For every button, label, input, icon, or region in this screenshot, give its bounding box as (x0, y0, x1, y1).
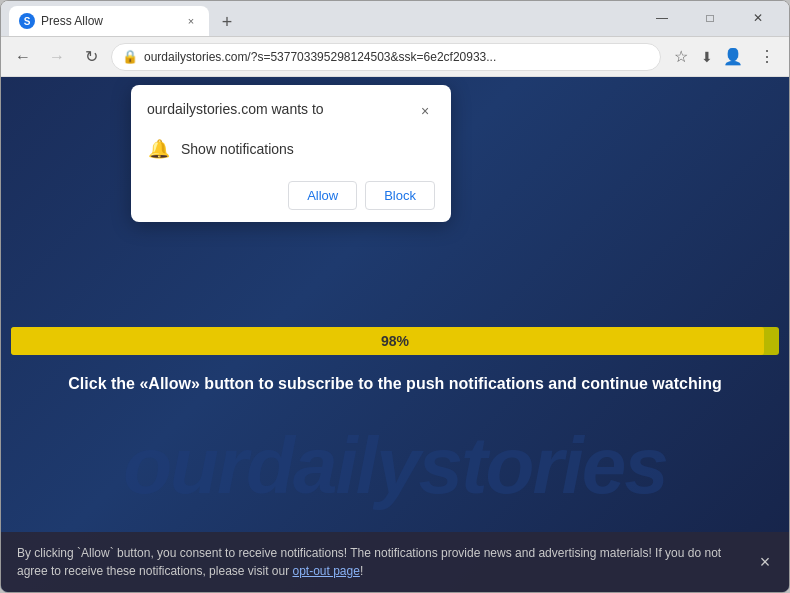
refresh-button[interactable]: ↻ (77, 43, 105, 71)
progress-bar-container: 98% (11, 327, 779, 355)
dialog-header: ourdailystories.com wants to × (147, 101, 435, 121)
bottom-bar-close-button[interactable]: × (753, 550, 777, 574)
progress-text: 98% (381, 333, 409, 349)
maximize-button[interactable]: □ (687, 3, 733, 33)
tab-area: S Press Allow × + (9, 1, 639, 36)
opt-out-link[interactable]: opt-out page (292, 564, 359, 578)
tab-close-button[interactable]: × (183, 13, 199, 29)
back-button[interactable]: ← (9, 43, 37, 71)
permission-row: 🔔 Show notifications (147, 133, 435, 165)
download-icon[interactable]: ⬇ (701, 49, 713, 65)
dialog-close-button[interactable]: × (415, 101, 435, 121)
permission-label: Show notifications (181, 141, 294, 157)
account-icon[interactable]: 👤 (719, 43, 747, 71)
window-controls: — □ ✕ (639, 3, 781, 35)
dialog-actions: Allow Block (147, 181, 435, 210)
new-tab-button[interactable]: + (213, 8, 241, 36)
allow-button[interactable]: Allow (288, 181, 357, 210)
block-button[interactable]: Block (365, 181, 435, 210)
bottom-notification-bar: By clicking `Allow` button, you consent … (1, 532, 789, 592)
minimize-button[interactable]: — (639, 3, 685, 33)
address-text: ourdailystories.com/?s=53770339529812450… (144, 50, 650, 64)
notification-permission-dialog: ourdailystories.com wants to × 🔔 Show no… (131, 85, 451, 222)
tab-title: Press Allow (41, 14, 177, 28)
address-bar[interactable]: 🔒 ourdailystories.com/?s=537703395298124… (111, 43, 661, 71)
lock-icon: 🔒 (122, 49, 138, 64)
bell-icon: 🔔 (147, 137, 171, 161)
active-tab[interactable]: S Press Allow × (9, 6, 209, 36)
nav-bar: ← → ↻ 🔒 ourdailystories.com/?s=537703395… (1, 37, 789, 77)
bottom-bar-text: By clicking `Allow` button, you consent … (17, 544, 749, 580)
forward-button[interactable]: → (43, 43, 71, 71)
close-window-button[interactable]: ✕ (735, 3, 781, 33)
dialog-title: ourdailystories.com wants to (147, 101, 324, 117)
bookmark-star-icon[interactable]: ☆ (667, 43, 695, 71)
browser-menu-button[interactable]: ⋮ (753, 43, 781, 71)
browser-window: S Press Allow × + — □ ✕ ← → ↻ 🔒 ourdaily… (0, 0, 790, 593)
page-content: ourdailystories ourdailystories.com want… (1, 77, 789, 592)
bg-watermark: ourdailystories (1, 420, 789, 512)
instruction-text: Click the «Allow» button to subscribe to… (11, 365, 779, 403)
tab-favicon: S (19, 13, 35, 29)
title-bar: S Press Allow × + — □ ✕ (1, 1, 789, 37)
